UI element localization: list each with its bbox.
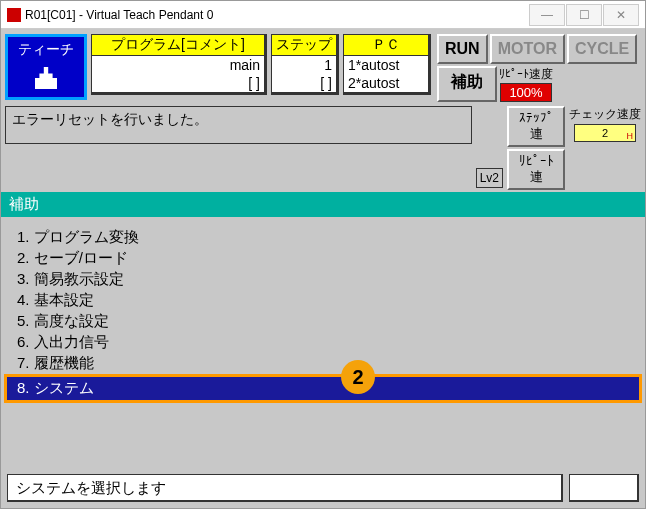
aux-button[interactable]: 補助 (437, 66, 497, 102)
menu-item-2[interactable]: 2. セーブ/ロード (7, 248, 639, 269)
step-value: 1 (272, 56, 336, 74)
message-row: エラーリセットを行いました。 Lv2 ｽﾃｯﾌﾟ連 ﾘﾋﾟｰﾄ連 チェック速度 … (1, 106, 645, 192)
annotation-callout: 2 (341, 360, 375, 394)
program-comment: [ ] (92, 74, 264, 92)
program-header: プログラム[コメント] (92, 35, 264, 56)
check-speed-label: チェック速度 (569, 106, 641, 123)
status-text: システムを選択します (7, 474, 563, 502)
menu-item-8[interactable]: 8. システム (4, 374, 642, 403)
maximize-button[interactable]: ☐ (566, 4, 602, 26)
section-header: 補助 (1, 192, 645, 217)
run-button[interactable]: RUN (437, 34, 488, 64)
check-speed-field[interactable]: 2 (574, 124, 636, 142)
pc-row2: 2*autost (344, 74, 428, 92)
bottom-bar: システムを選択します (1, 468, 645, 508)
teach-label: ティーチ (18, 41, 74, 59)
repeat-speed-value[interactable]: 100% (500, 83, 551, 102)
top-toolbar: ティーチ プログラム[コメント] main [ ] ステップ 1 [ ] ＰＣ … (1, 29, 645, 106)
repeat-continuous-button[interactable]: ﾘﾋﾟｰﾄ連 (507, 149, 565, 190)
menu-item-4[interactable]: 4. 基本設定 (7, 290, 639, 311)
level-button[interactable]: Lv2 (476, 168, 503, 188)
pc-box: ＰＣ 1*autost 2*autost (343, 34, 431, 95)
motor-button[interactable]: MOTOR (490, 34, 565, 64)
minimize-button[interactable]: — (529, 4, 565, 26)
window-title: R01[C01] - Virtual Teach Pendant 0 (25, 8, 213, 22)
message-text: エラーリセットを行いました。 (12, 111, 208, 129)
program-name: main (92, 56, 264, 74)
cycle-button[interactable]: CYCLE (567, 34, 637, 64)
step-extra: [ ] (272, 74, 336, 92)
pc-header: ＰＣ (344, 35, 428, 56)
repeat-speed-label: ﾘﾋﾟｰﾄ速度 (499, 66, 553, 83)
teach-mode-button[interactable]: ティーチ (5, 34, 87, 100)
menu-item-1[interactable]: 1. プログラム変換 (7, 227, 639, 248)
pc-row1: 1*autost (344, 56, 428, 74)
menu-area: 1. プログラム変換2. セーブ/ロード3. 簡易教示設定4. 基本設定5. 高… (1, 217, 645, 468)
menu-item-3[interactable]: 3. 簡易教示設定 (7, 269, 639, 290)
program-box: プログラム[コメント] main [ ] (91, 34, 267, 95)
titlebar: R01[C01] - Virtual Teach Pendant 0 — ☐ ✕ (1, 1, 645, 29)
hand-icon (35, 67, 57, 89)
menu-item-5[interactable]: 5. 高度な設定 (7, 311, 639, 332)
step-continuous-button[interactable]: ｽﾃｯﾌﾟ連 (507, 106, 565, 147)
app-window: R01[C01] - Virtual Teach Pendant 0 — ☐ ✕… (0, 0, 646, 509)
step-box: ステップ 1 [ ] (271, 34, 339, 95)
app-icon (7, 8, 21, 22)
step-header: ステップ (272, 35, 336, 56)
menu-item-7[interactable]: 7. 履歴機能 (7, 353, 639, 374)
aux-menu-list: 1. プログラム変換2. セーブ/ロード3. 簡易教示設定4. 基本設定5. 高… (7, 227, 639, 403)
close-button[interactable]: ✕ (603, 4, 639, 26)
message-box: エラーリセットを行いました。 (5, 106, 472, 144)
input-field[interactable] (569, 474, 639, 502)
menu-item-6[interactable]: 6. 入出力信号 (7, 332, 639, 353)
